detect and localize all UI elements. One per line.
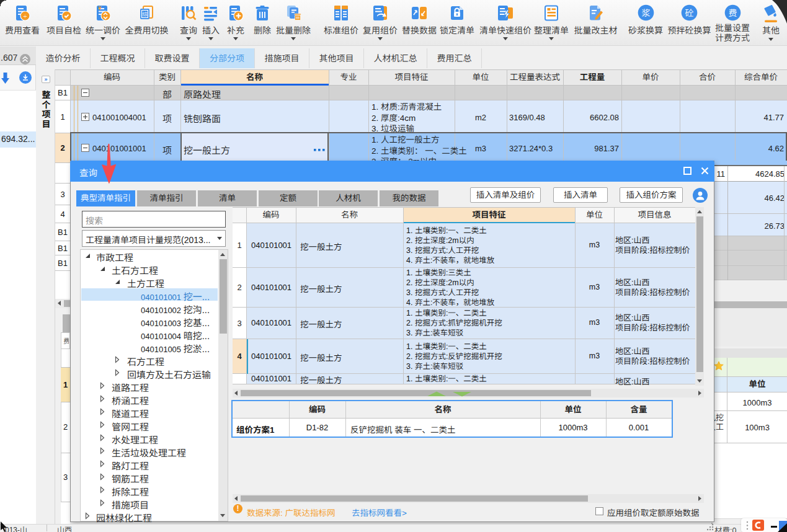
svg-text:÷: ÷ — [24, 13, 27, 20]
svg-text:综: 综 — [142, 10, 148, 17]
svg-text:砼: 砼 — [685, 6, 694, 19]
svg-text:费: 费 — [729, 6, 737, 19]
svg-text:¥: ¥ — [98, 5, 101, 11]
svg-text:浆: 浆 — [642, 6, 651, 19]
